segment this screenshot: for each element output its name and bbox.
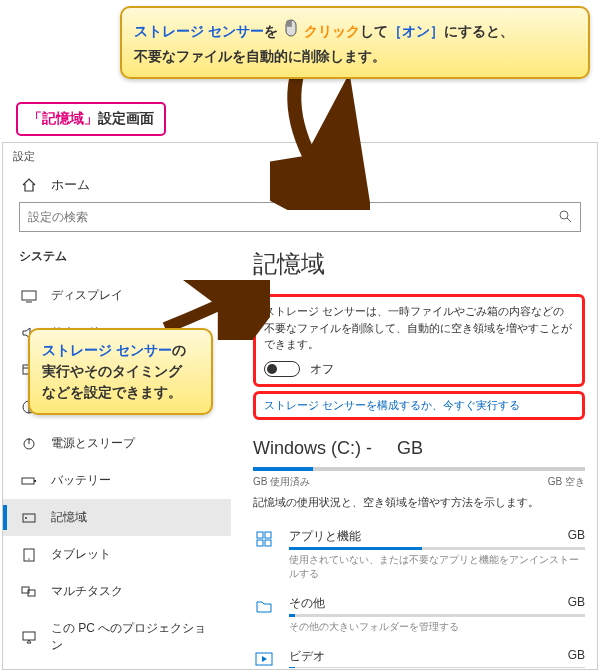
sidebar-item-label: この PC へのプロジェクション (51, 620, 215, 654)
storage-item-sub: その他の大きいフォルダーを管理する (289, 620, 585, 634)
callout-text: の (172, 342, 186, 358)
storage-item-label: アプリと機能 (289, 528, 361, 545)
main: 記憶域 ストレージ センサーは、一時ファイルやごみ箱の内容などの不要なファイルを… (231, 242, 597, 668)
storage-list: アプリと機能 GB 使用されていない、または不要なアプリと機能をアンインストール… (253, 524, 585, 669)
display-icon (21, 288, 37, 304)
storage-item[interactable]: その他 GB その他の大きいフォルダーを管理する (253, 591, 585, 644)
content-split: システム ディスプレイ サウンド 通知とアクション 集中モード 電源とスリープ (3, 242, 597, 668)
storage-item-bar (289, 547, 585, 550)
callout-text: ストレージ センサー (134, 23, 264, 39)
sidebar-item-multitask[interactable]: マルチタスク (3, 573, 231, 610)
drive-free: GB 空き (548, 475, 585, 489)
svg-rect-13 (23, 514, 35, 522)
storage-sense-toggle[interactable] (264, 361, 300, 377)
drive-title-suffix: GB (397, 438, 423, 458)
sidebar-item-label: 電源とスリープ (51, 435, 135, 452)
storage-sense-desc: ストレージ センサーは、一時ファイルやごみ箱の内容などの不要なファイルを削除して… (264, 303, 574, 353)
battery-icon (21, 473, 37, 489)
storage-sense-box: ストレージ センサーは、一時ファイルやごみ箱の内容などの不要なファイルを削除して… (253, 294, 585, 387)
storage-item-icon (253, 528, 275, 550)
svg-point-3 (560, 211, 568, 219)
sidebar-item-label: タブレット (51, 546, 111, 563)
callout-text: などを設定できます。 (42, 384, 182, 400)
svg-point-16 (28, 558, 29, 559)
svg-rect-12 (34, 480, 36, 482)
svg-rect-2 (286, 20, 291, 27)
svg-rect-26 (265, 532, 271, 538)
storage-item-label: その他 (289, 595, 325, 612)
sidebar-item-label: バッテリー (51, 472, 111, 489)
callout-text: にすると、 (444, 23, 514, 39)
drive-used: GB 使用済み (253, 475, 310, 489)
storage-item-icon (253, 648, 275, 669)
toggle-row: オフ (264, 361, 574, 378)
svg-rect-28 (265, 540, 271, 546)
sidebar-item-label: 記憶域 (51, 509, 87, 526)
storage-item[interactable]: アプリと機能 GB 使用されていない、または不要なアプリと機能をアンインストール… (253, 524, 585, 591)
mouse-icon (282, 18, 300, 46)
page-label-red: 「記憶域」 (28, 110, 98, 126)
multitask-icon (21, 584, 37, 600)
search-icon (550, 209, 580, 226)
page-label: 「記憶域」設定画面 (16, 102, 166, 136)
svg-rect-11 (22, 478, 34, 484)
home-icon (21, 177, 37, 193)
toggle-state: オフ (310, 361, 334, 378)
sidebar-item-label: マルチタスク (51, 583, 123, 600)
sidebar-title: システム (3, 242, 231, 277)
sidebar-item-power[interactable]: 電源とスリープ (3, 425, 231, 462)
callout-text: クリック (304, 23, 360, 39)
page-title: 記憶域 (253, 248, 585, 280)
storage-item-bar (289, 614, 585, 617)
drive-bar (253, 467, 585, 471)
storage-item-label: ビデオ (289, 648, 325, 665)
svg-rect-27 (257, 540, 263, 546)
drive-title: Windows (C:) - GB (253, 438, 585, 459)
drive-labels: GB 使用済み GB 空き (253, 475, 585, 489)
arrow-top (270, 60, 370, 210)
storage-item[interactable]: ビデオ GB ビデオ フォルダーを管理する (253, 644, 585, 669)
storage-icon (21, 510, 37, 526)
storage-item-size: GB (568, 528, 585, 545)
sidebar-item-label: ディスプレイ (51, 287, 123, 304)
power-icon (21, 436, 37, 452)
svg-rect-5 (22, 291, 36, 300)
drive-desc: 記憶域の使用状況と、空き領域を増やす方法を示します。 (253, 495, 585, 510)
svg-rect-25 (257, 532, 263, 538)
svg-line-4 (567, 218, 571, 222)
callout-text: 不要なファイルを自動的に削除します。 (134, 48, 386, 64)
tablet-icon (21, 547, 37, 563)
sidebar-item-tablet[interactable]: タブレット (3, 536, 231, 573)
projection-icon (21, 629, 37, 645)
storage-sense-link-box: ストレージ センサーを構成するか、今すぐ実行する (253, 391, 585, 420)
callout-left: ストレージ センサーの 実行やそのタイミング などを設定できます。 (28, 328, 213, 415)
storage-sense-configure-link[interactable]: ストレージ センサーを構成するか、今すぐ実行する (264, 399, 520, 411)
sidebar-item-projection[interactable]: この PC へのプロジェクション (3, 610, 231, 664)
callout-text: 実行やそのタイミング (42, 363, 182, 379)
storage-item-icon (253, 595, 275, 617)
svg-rect-19 (23, 632, 35, 640)
callout-text: ストレージ センサー (42, 342, 172, 358)
sidebar-item-storage[interactable]: 記憶域 (3, 499, 231, 536)
storage-item-size: GB (568, 648, 585, 665)
svg-point-14 (25, 517, 27, 519)
sidebar-item-shared[interactable]: 共有エクスペリエンス (3, 664, 231, 670)
storage-item-sub: 使用されていない、または不要なアプリと機能をアンインストールする (289, 553, 585, 581)
sidebar-item-battery[interactable]: バッテリー (3, 462, 231, 499)
page-label-rest: 設定画面 (98, 110, 154, 126)
home-label: ホーム (51, 176, 90, 194)
drive-title-prefix: Windows (C:) - (253, 438, 372, 458)
storage-item-bar (289, 667, 585, 669)
callout-text: して (360, 23, 388, 39)
callout-top: ストレージ センサーを クリックして［オン］にすると、 不要なファイルを自動的に… (120, 6, 590, 79)
storage-item-size: GB (568, 595, 585, 612)
callout-text: を (264, 23, 278, 39)
callout-text: ［オン］ (388, 23, 444, 39)
